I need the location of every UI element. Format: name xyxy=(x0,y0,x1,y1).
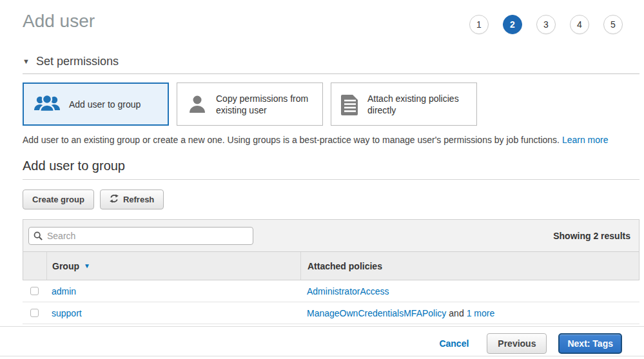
option-label: Attach existing policies directly xyxy=(367,93,470,116)
column-group[interactable]: Group ▼ xyxy=(47,252,301,280)
bottom-divider xyxy=(0,356,644,356)
group-link[interactable]: support xyxy=(52,308,82,318)
search-icon xyxy=(34,231,43,242)
table-header-row: Group ▼ Attached policies xyxy=(23,251,639,280)
permission-option-cards: Add user to group Copy permissions from … xyxy=(23,82,639,126)
wizard-steps: 1 2 3 4 5 xyxy=(469,15,623,34)
group-actions: Create group Refresh xyxy=(23,189,644,209)
step-3[interactable]: 3 xyxy=(536,15,556,34)
option-add-user-to-group[interactable]: Add user to group xyxy=(23,82,169,126)
table-row: support ManageOwnCredentialsMFAPolicy an… xyxy=(23,302,639,324)
chevron-down-icon: ▼ xyxy=(23,58,30,65)
learn-more-link[interactable]: Learn more xyxy=(562,135,609,145)
group-section-title: Add user to group xyxy=(23,159,639,180)
step-4[interactable]: 4 xyxy=(570,15,589,34)
step-2-active[interactable]: 2 xyxy=(503,15,522,34)
more-policies-link[interactable]: 1 more xyxy=(467,308,495,318)
table-toolbar: Showing 2 results xyxy=(23,219,639,251)
row-checkbox[interactable] xyxy=(30,309,39,317)
column-group-label: Group xyxy=(52,261,79,271)
row-checkbox-cell xyxy=(23,280,46,302)
refresh-label: Refresh xyxy=(123,195,154,204)
refresh-button[interactable]: Refresh xyxy=(100,189,164,209)
group-cell: support xyxy=(46,302,300,324)
set-permissions-header[interactable]: ▼ Set permissions xyxy=(23,55,639,74)
results-count: Showing 2 results xyxy=(553,231,630,241)
and-text: and xyxy=(449,308,463,318)
table-row: admin AdministratorAccess xyxy=(23,280,639,302)
refresh-icon xyxy=(110,194,119,205)
column-attached-policies: Attached policies xyxy=(301,261,639,271)
page-header: Add user 1 2 3 4 5 xyxy=(0,0,644,34)
option-label: Copy permissions from existing user xyxy=(216,93,316,116)
policies-cell: AdministratorAccess xyxy=(300,286,639,296)
search-box xyxy=(28,227,253,245)
row-checkbox[interactable] xyxy=(30,287,39,295)
step-5[interactable]: 5 xyxy=(603,15,623,34)
previous-button[interactable]: Previous xyxy=(487,333,547,354)
policy-link[interactable]: ManageOwnCredentialsMFAPolicy xyxy=(307,308,446,318)
option-attach-policies[interactable]: Attach existing policies directly xyxy=(331,82,477,126)
option-label: Add user to group xyxy=(69,99,141,110)
column-policies-label: Attached policies xyxy=(307,261,382,271)
policies-cell: ManageOwnCredentialsMFAPolicy and 1 more xyxy=(300,308,639,318)
group-link[interactable]: admin xyxy=(52,286,76,296)
row-checkbox-cell xyxy=(23,302,46,324)
policy-link[interactable]: AdministratorAccess xyxy=(307,286,389,296)
cancel-link[interactable]: Cancel xyxy=(439,338,469,349)
group-cell: admin xyxy=(46,280,300,302)
description-text: Add user to an existing group or create … xyxy=(23,135,560,145)
sort-descending-icon: ▼ xyxy=(84,262,90,269)
groups-table: Showing 2 results Group ▼ Attached polic… xyxy=(23,219,639,324)
step-1[interactable]: 1 xyxy=(469,15,489,34)
group-icon xyxy=(33,94,61,115)
page-title: Add user xyxy=(23,10,95,32)
search-input[interactable] xyxy=(28,227,253,245)
create-group-button[interactable]: Create group xyxy=(23,189,94,209)
option-copy-permissions[interactable]: Copy permissions from existing user xyxy=(177,82,323,126)
wizard-footer: Cancel Previous Next: Tags xyxy=(0,326,644,354)
document-icon xyxy=(340,93,360,115)
permissions-description: Add user to an existing group or create … xyxy=(23,135,621,145)
section-title: Set permissions xyxy=(36,55,119,68)
next-tags-button[interactable]: Next: Tags xyxy=(558,333,622,354)
user-icon xyxy=(186,93,208,115)
create-group-label: Create group xyxy=(32,195,84,204)
header-checkbox-cell xyxy=(23,252,47,280)
previous-label: Previous xyxy=(498,338,536,349)
